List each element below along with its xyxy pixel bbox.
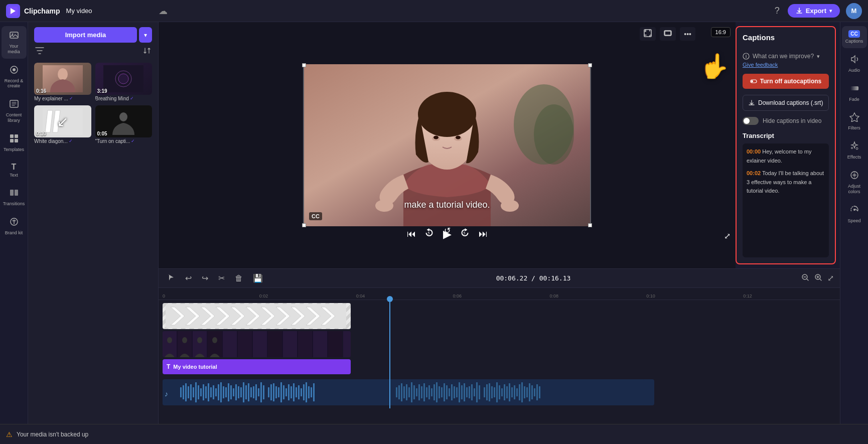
- svg-rect-181: [499, 385, 500, 399]
- export-button[interactable]: Export ▾: [788, 4, 840, 18]
- svg-point-36: [456, 136, 461, 139]
- filter-sort-button[interactable]: [35, 47, 44, 56]
- svg-rect-148: [413, 385, 415, 399]
- corner-handle-bl[interactable]: [302, 223, 306, 227]
- logo: Clipchamp: [6, 4, 60, 18]
- sidebar-item-text[interactable]: T Text: [2, 159, 27, 182]
- svg-rect-126: [278, 387, 279, 397]
- svg-rect-95: [198, 385, 199, 399]
- timeline-body: 0 0:02 0:04 0:06 0:08 0:10 0:12: [159, 288, 840, 424]
- corner-handle-tr[interactable]: [588, 63, 592, 67]
- check-icon-white-diag: ✓: [69, 138, 73, 143]
- hide-captions-toggle[interactable]: [743, 117, 759, 125]
- sidebar-item-templates[interactable]: Templates: [2, 129, 27, 157]
- svg-point-37: [375, 200, 393, 212]
- media-item-turn-on-cap[interactable]: 0:05 "Turn on capti... ✓: [95, 105, 153, 144]
- svg-point-85: [197, 337, 202, 343]
- media-item-label-explainer: My explainer ... ✓: [34, 96, 91, 101]
- svg-rect-129: [285, 388, 287, 396]
- zoom-in-button[interactable]: [814, 273, 822, 283]
- corner-handle-br[interactable]: [588, 223, 592, 227]
- import-chevron-button[interactable]: ▾: [139, 27, 152, 43]
- sidebar-item-captions[interactable]: CC Captions: [842, 26, 867, 48]
- svg-rect-138: [308, 386, 310, 398]
- sidebar-item-record[interactable]: Record & create: [2, 61, 27, 93]
- skip-forward-button[interactable]: ⏭: [479, 229, 488, 239]
- skip-back-button[interactable]: ⏮: [407, 229, 416, 239]
- sidebar-item-content-library[interactable]: Content library: [2, 95, 27, 127]
- filters-icon: [849, 112, 859, 124]
- sidebar-item-your-media[interactable]: Your media: [2, 26, 27, 59]
- svg-rect-199: [850, 86, 858, 90]
- clip-purple-text[interactable]: T My video tutorial: [163, 359, 351, 374]
- transitions-icon: [9, 188, 19, 200]
- fullscreen-button[interactable]: ⤢: [724, 231, 731, 241]
- cloud-icon: ☁: [159, 6, 168, 17]
- svg-point-83: [167, 337, 172, 343]
- media-item-label-white-diag: White diagon... ✓: [34, 138, 91, 144]
- svg-rect-177: [489, 383, 490, 401]
- svg-rect-185: [509, 383, 510, 401]
- download-captions-button[interactable]: Download captions (.srt): [743, 95, 829, 111]
- svg-point-201: [856, 147, 858, 150]
- expand-timeline-button[interactable]: ⤢: [827, 273, 834, 283]
- resize-button[interactable]: [660, 27, 676, 41]
- fade-icon: [849, 83, 859, 96]
- svg-rect-109: [233, 388, 234, 396]
- clip-video-frames[interactable]: [163, 331, 351, 357]
- svg-rect-111: [238, 386, 239, 398]
- avatar-button[interactable]: M: [846, 3, 862, 19]
- cut-button[interactable]: ✂: [216, 272, 227, 284]
- select-tool-button[interactable]: [165, 272, 178, 285]
- svg-rect-62: [208, 331, 222, 357]
- clip-white-arrows[interactable]: [163, 303, 351, 329]
- video-title-input[interactable]: [66, 7, 151, 15]
- sidebar-item-transitions[interactable]: Transitions: [2, 184, 27, 211]
- hide-captions-label: Hide captions in video: [763, 117, 821, 124]
- crop-button[interactable]: [640, 27, 656, 41]
- play-button[interactable]: ▶: [443, 228, 452, 241]
- timeline-playhead[interactable]: [389, 300, 390, 408]
- timeline-toolbar: ↩ ↪ ✂ 🗑 💾 00:06.22 / 00:16.13 ⤢: [159, 269, 840, 288]
- redo-button[interactable]: ↪: [199, 272, 211, 284]
- svg-rect-149: [416, 388, 417, 396]
- sidebar-item-adjust-colors[interactable]: Adjust colors: [842, 166, 867, 199]
- svg-rect-137: [306, 382, 307, 402]
- svg-rect-193: [529, 383, 530, 401]
- delete-button[interactable]: 🗑: [232, 272, 245, 284]
- svg-rect-131: [291, 386, 292, 398]
- transcript-entry-1: 00:02 Today I'll be talking about 3 effe…: [747, 169, 825, 196]
- media-item-breathing[interactable]: 3:19 Breathing Mind ✓: [95, 63, 153, 101]
- clip-audio[interactable]: 🔇 ♪ Breathing Mind: [163, 379, 654, 405]
- svg-rect-184: [506, 386, 508, 398]
- svg-rect-112: [240, 387, 242, 397]
- cc-badge[interactable]: CC: [309, 212, 322, 220]
- media-panel: Import media ▾ 0:16: [28, 22, 159, 424]
- feedback-link[interactable]: Give feedback: [743, 62, 829, 68]
- media-item-white-diag[interactable]: ↙ 0:10 White diagon... ✓: [34, 105, 91, 144]
- sidebar-item-effects[interactable]: Effects: [842, 137, 867, 164]
- turn-off-autocaptions-button[interactable]: Turn off autocaptions: [743, 74, 829, 89]
- svg-rect-172: [474, 388, 475, 396]
- forward-button[interactable]: 5: [460, 227, 471, 241]
- media-item-explainer[interactable]: 0:16 My explainer ... ✓: [34, 63, 91, 101]
- svg-rect-60: [178, 331, 192, 357]
- zoom-out-button[interactable]: [801, 273, 809, 283]
- logo-text: Clipchamp: [24, 7, 60, 15]
- save-button[interactable]: 💾: [250, 272, 265, 284]
- corner-handle-tl[interactable]: [302, 63, 306, 67]
- sidebar-item-filters[interactable]: Filters: [842, 108, 867, 135]
- more-options-button[interactable]: •••: [680, 27, 695, 41]
- svg-rect-139: [311, 387, 312, 397]
- rewind-button[interactable]: 5: [424, 227, 435, 241]
- import-media-button[interactable]: Import media: [34, 27, 137, 43]
- sidebar-item-fade[interactable]: Fade: [842, 79, 867, 106]
- sidebar-item-brand-kit[interactable]: Brand kit: [2, 213, 27, 240]
- sidebar-item-speed[interactable]: Speed: [842, 201, 867, 228]
- undo-button[interactable]: ↩: [183, 272, 194, 284]
- sort-order-button[interactable]: [143, 47, 151, 57]
- help-button[interactable]: ?: [773, 4, 782, 18]
- sidebar-item-audio[interactable]: Audio: [842, 50, 867, 77]
- svg-point-204: [853, 174, 856, 177]
- audio-right-label: Audio: [848, 68, 860, 73]
